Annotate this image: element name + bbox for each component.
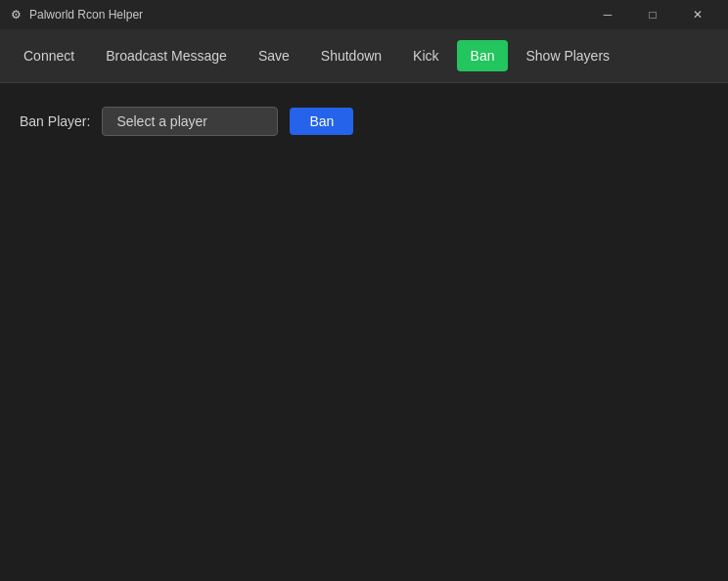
content-area: Ban Player: Select a player Ban [0, 83, 728, 581]
ban-player-label: Ban Player: [20, 113, 90, 129]
minimize-button[interactable]: ─ [585, 0, 630, 29]
nav-item-shutdown[interactable]: Shutdown [307, 40, 395, 71]
app-icon: ⚙ [8, 7, 23, 22]
title-bar-left: ⚙ Palworld Rcon Helper [8, 7, 143, 22]
title-bar: ⚙ Palworld Rcon Helper ─ □ ✕ [0, 0, 728, 29]
nav-item-save[interactable]: Save [245, 40, 303, 71]
nav-bar: ConnectBroadcast MessageSaveShutdownKick… [0, 29, 728, 83]
maximize-button[interactable]: □ [630, 0, 675, 29]
nav-item-kick[interactable]: Kick [399, 40, 452, 71]
ban-player-row: Ban Player: Select a player Ban [20, 107, 708, 136]
nav-item-connect[interactable]: Connect [10, 40, 88, 71]
nav-item-broadcast[interactable]: Broadcast Message [92, 40, 241, 71]
nav-item-show-players[interactable]: Show Players [512, 40, 623, 71]
ban-action-button[interactable]: Ban [290, 108, 353, 135]
close-button[interactable]: ✕ [675, 0, 720, 29]
window-controls: ─ □ ✕ [585, 0, 720, 29]
player-select-button[interactable]: Select a player [102, 107, 278, 136]
nav-item-ban[interactable]: Ban [457, 40, 509, 71]
app-title: Palworld Rcon Helper [29, 8, 143, 22]
